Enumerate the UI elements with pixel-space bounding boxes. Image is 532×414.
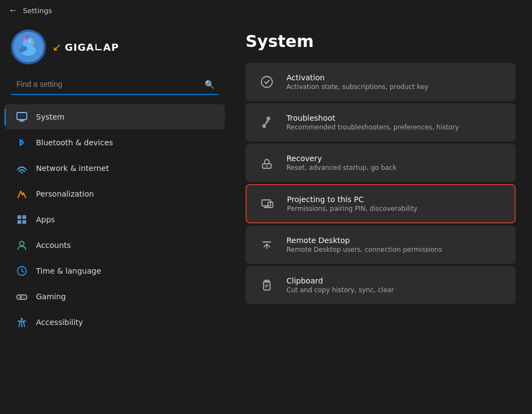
svg-rect-16 [17, 220, 21, 224]
settings-text-activation: Activation Activation state, subscriptio… [286, 73, 428, 91]
sidebar-label-system: System [36, 113, 64, 121]
settings-item-projecting[interactable]: Projecting to this PC Permissions, pairi… [246, 184, 516, 223]
svg-point-13 [21, 172, 23, 174]
settings-item-recovery[interactable]: Recovery Reset, advanced startup, go bac… [246, 144, 516, 182]
accounts-icon [15, 239, 28, 252]
settings-desc-troubleshoot: Recommended troubleshooters, preferences… [286, 123, 459, 131]
back-button[interactable]: ← [9, 5, 17, 15]
sidebar-label-gaming: Gaming [36, 292, 66, 301]
settings-title-troubleshoot: Troubleshoot [286, 114, 459, 122]
title-bar: ← Settings [0, 0, 532, 21]
sidebar-label-time: Time & language [36, 267, 101, 275]
profile-name: GIGA∟AP [65, 42, 119, 53]
apps-icon [15, 213, 28, 226]
bluetooth-icon [15, 136, 28, 149]
svg-rect-14 [17, 215, 21, 219]
sidebar-label-accessibility: Accessibility [36, 318, 83, 327]
svg-rect-15 [22, 215, 26, 219]
svg-rect-11 [20, 120, 23, 121]
sidebar-item-accounts[interactable]: Accounts [4, 233, 225, 258]
settings-text-troubleshoot: Troubleshoot Recommended troubleshooters… [286, 114, 459, 131]
sidebar-item-gaming[interactable]: Gaming [4, 284, 225, 309]
svg-rect-31 [262, 200, 271, 206]
settings-title-remote-desktop: Remote Desktop [286, 236, 442, 245]
profile-section[interactable]: ↙ GIGA∟AP [0, 21, 229, 75]
settings-text-recovery: Recovery Reset, advanced startup, go bac… [286, 154, 397, 171]
profile-name-area: ↙ GIGA∟AP [52, 40, 119, 54]
settings-item-troubleshoot[interactable]: Troubleshoot Recommended troubleshooters… [246, 103, 516, 141]
settings-item-clipboard[interactable]: Clipboard Cut and copy history, sync, cl… [246, 266, 516, 304]
projecting-icon [258, 194, 277, 214]
settings-title-clipboard: Clipboard [286, 276, 394, 285]
sidebar-item-apps[interactable]: Apps [4, 207, 225, 232]
sidebar-item-network[interactable]: Network & internet [4, 156, 225, 181]
settings-desc-clipboard: Cut and copy history, sync, clear [286, 286, 394, 294]
svg-point-9 [26, 36, 29, 39]
settings-title-projecting: Projecting to this PC [287, 195, 417, 204]
settings-text-remote-desktop: Remote Desktop Remote Desktop users, con… [286, 236, 442, 253]
activation-icon [257, 72, 277, 92]
profile-arrow-icon: ↙ [52, 40, 62, 54]
page-title: System [246, 32, 516, 51]
clipboard-icon [257, 275, 277, 295]
sidebar-item-accessibility[interactable]: Accessibility [4, 310, 225, 335]
svg-point-30 [266, 165, 268, 167]
svg-point-8 [23, 38, 26, 41]
svg-point-18 [20, 241, 24, 246]
search-input[interactable] [11, 75, 218, 94]
svg-point-6 [30, 41, 31, 42]
sidebar-label-personalization: Personalization [36, 190, 94, 198]
content-area: System Activation Activation state, subs… [229, 21, 532, 414]
settings-desc-projecting: Permissions, pairing PIN, discoverabilit… [287, 205, 417, 212]
sidebar-label-bluetooth: Bluetooth & devices [36, 138, 113, 147]
system-icon [15, 110, 28, 123]
main-layout: ↙ GIGA∟AP 🔍 System Bluetooth & devices N… [0, 21, 532, 414]
troubleshoot-icon [257, 113, 277, 132]
accessibility-icon [15, 316, 28, 329]
search-button[interactable]: 🔍 [205, 80, 215, 90]
remote-desktop-icon [257, 235, 277, 255]
settings-text-clipboard: Clipboard Cut and copy history, sync, cl… [286, 276, 394, 294]
settings-title-activation: Activation [286, 73, 428, 82]
network-icon [15, 162, 28, 175]
search-container: 🔍 [11, 75, 218, 95]
sidebar-item-bluetooth[interactable]: Bluetooth & devices [4, 130, 225, 155]
svg-point-26 [261, 76, 272, 87]
sidebar-item-personalization[interactable]: Personalization [4, 181, 225, 206]
settings-item-remote-desktop[interactable]: Remote Desktop Remote Desktop users, con… [246, 226, 516, 264]
svg-rect-12 [19, 121, 25, 122]
svg-rect-17 [22, 220, 26, 224]
svg-rect-10 [17, 113, 27, 120]
svg-point-23 [23, 297, 25, 298]
personalization-icon [15, 187, 28, 200]
svg-point-24 [21, 318, 23, 320]
settings-list: Activation Activation state, subscriptio… [246, 63, 516, 304]
settings-title: Settings [23, 7, 52, 15]
settings-desc-activation: Activation state, subscriptions, product… [286, 83, 428, 91]
nav-list: System Bluetooth & devices Network & int… [0, 104, 229, 414]
settings-item-activation[interactable]: Activation Activation state, subscriptio… [246, 63, 516, 101]
avatar [11, 29, 46, 64]
settings-desc-recovery: Reset, advanced startup, go back [286, 164, 397, 171]
recovery-icon [257, 153, 277, 173]
gaming-icon [15, 290, 28, 303]
sidebar-label-network: Network & internet [36, 164, 109, 173]
settings-desc-remote-desktop: Remote Desktop users, connection permiss… [286, 246, 442, 253]
time-icon [15, 264, 28, 277]
sidebar-item-system[interactable]: System [4, 104, 225, 129]
sidebar-item-time[interactable]: Time & language [4, 258, 225, 283]
settings-text-projecting: Projecting to this PC Permissions, pairi… [287, 195, 417, 212]
sidebar-label-apps: Apps [36, 215, 55, 224]
settings-title-recovery: Recovery [286, 154, 397, 163]
sidebar: ↙ GIGA∟AP 🔍 System Bluetooth & devices N… [0, 21, 229, 414]
sidebar-label-accounts: Accounts [36, 241, 71, 250]
